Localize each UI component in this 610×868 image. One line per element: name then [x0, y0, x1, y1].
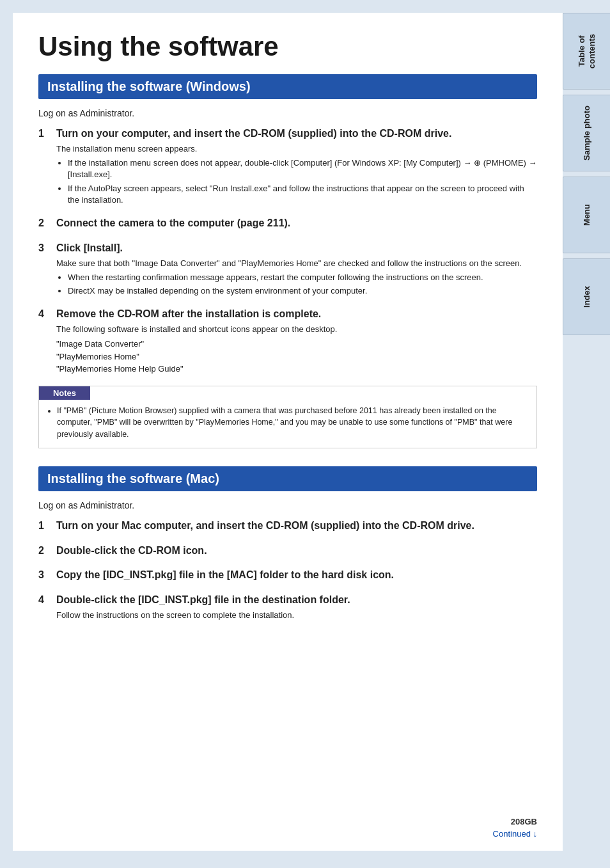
- sidebar-tab-toc-label: Table ofcontents: [577, 34, 597, 68]
- sidebar-tab-sample-photo-label: Sample photo: [582, 106, 592, 161]
- notes-box: Notes If "PMB" (Picture Motion Browser) …: [38, 386, 537, 448]
- step-4-sub-2: "PlayMemories Home": [56, 351, 537, 363]
- mac-section: Installing the software (Mac) Log on as …: [38, 466, 537, 624]
- sidebar-tab-index-label: Index: [582, 286, 592, 308]
- step-1-bullet-1: If the installation menu screen does not…: [68, 157, 537, 180]
- windows-step-1: 1 Turn on your computer, and insert the …: [38, 127, 537, 208]
- mac-step-2-content: Double-click the CD-ROM icon.: [56, 544, 537, 560]
- notes-header: Notes: [39, 386, 90, 400]
- step-3-number: 3: [38, 242, 56, 254]
- page-footer: 208GB Continued ↓: [493, 817, 537, 839]
- page-title: Using the software: [38, 32, 537, 61]
- step-1-bullets: If the installation menu screen does not…: [56, 157, 537, 206]
- mac-steps-list: 1 Turn on your Mac computer, and insert …: [38, 519, 537, 624]
- windows-step-3: 3 Click [Install]. Make sure that both "…: [38, 242, 537, 299]
- step-3-bullet-2: DirectX may be installed depending on th…: [68, 285, 537, 297]
- sidebar: Table ofcontents Sample photo Menu Index: [563, 13, 610, 340]
- mac-log-on: Log on as Administrator.: [38, 500, 537, 510]
- step-2-content: Connect the camera to the computer (page…: [56, 217, 537, 233]
- windows-steps-list: 1 Turn on your computer, and insert the …: [38, 127, 537, 375]
- page-number: 208GB: [493, 817, 537, 826]
- mac-step-4-title: Double-click the [IDC_INST.pkg] file in …: [56, 594, 537, 607]
- step-4-sub-1: "Image Data Converter": [56, 338, 537, 351]
- step-3-title: Click [Install].: [56, 242, 537, 255]
- sidebar-tab-sample-photo[interactable]: Sample photo: [563, 95, 610, 171]
- step-3-bullets: When the restarting confirmation message…: [56, 272, 537, 297]
- step-4-sub-3: "PlayMemories Home Help Guide": [56, 363, 537, 375]
- windows-section: Installing the software (Windows) Log on…: [38, 74, 537, 448]
- mac-step-2: 2 Double-click the CD-ROM icon.: [38, 544, 537, 560]
- step-3-desc: Make sure that both "Image Data Converte…: [56, 258, 537, 269]
- windows-log-on: Log on as Administrator.: [38, 108, 537, 118]
- mac-step-4: 4 Double-click the [IDC_INST.pkg] file i…: [38, 594, 537, 624]
- step-1-desc: The installation menu screen appears.: [56, 143, 537, 155]
- step-1-title: Turn on your computer, and insert the CD…: [56, 127, 537, 141]
- notes-content: If "PMB" (Picture Motion Browser) suppli…: [39, 400, 536, 448]
- step-1-number: 1: [38, 128, 56, 139]
- sidebar-tab-index[interactable]: Index: [563, 258, 610, 335]
- mac-section-header: Installing the software (Mac): [38, 466, 537, 491]
- mac-step-2-number: 2: [38, 545, 56, 556]
- step-3-bullet-1: When the restarting confirmation message…: [68, 272, 537, 283]
- mac-step-4-desc: Follow the instructions on the screen to…: [56, 610, 537, 621]
- step-4-content: Remove the CD-ROM after the installation…: [56, 308, 537, 375]
- step-4-title: Remove the CD-ROM after the installation…: [56, 308, 537, 321]
- mac-step-3-title: Copy the [IDC_INST.pkg] file in the [MAC…: [56, 569, 537, 582]
- sidebar-tab-menu-label: Menu: [582, 204, 592, 226]
- continued-label: Continued ↓: [493, 829, 537, 839]
- windows-step-2: 2 Connect the camera to the computer (pa…: [38, 217, 537, 233]
- step-1-bullet-2: If the AutoPlay screen appears, select "…: [68, 183, 537, 206]
- mac-step-3-number: 3: [38, 569, 56, 581]
- mac-step-1-title: Turn on your Mac computer, and insert th…: [56, 519, 537, 533]
- mac-step-3: 3 Copy the [IDC_INST.pkg] file in the [M…: [38, 569, 537, 585]
- mac-step-1-number: 1: [38, 520, 56, 532]
- step-4-desc: The following software is installed and …: [56, 324, 537, 335]
- step-2-number: 2: [38, 217, 56, 229]
- page-content: Using the software Installing the softwa…: [13, 13, 563, 851]
- windows-step-4: 4 Remove the CD-ROM after the installati…: [38, 308, 537, 375]
- step-1-content: Turn on your computer, and insert the CD…: [56, 127, 537, 208]
- mac-step-3-content: Copy the [IDC_INST.pkg] file in the [MAC…: [56, 569, 537, 585]
- mac-step-1-content: Turn on your Mac computer, and insert th…: [56, 519, 537, 535]
- mac-step-2-title: Double-click the CD-ROM icon.: [56, 544, 537, 558]
- mac-step-4-content: Double-click the [IDC_INST.pkg] file in …: [56, 594, 537, 624]
- windows-section-header: Installing the software (Windows): [38, 74, 537, 99]
- step-4-number: 4: [38, 308, 56, 320]
- step-3-content: Click [Install]. Make sure that both "Im…: [56, 242, 537, 299]
- notes-item-1: If "PMB" (Picture Motion Browser) suppli…: [57, 405, 529, 441]
- mac-step-1: 1 Turn on your Mac computer, and insert …: [38, 519, 537, 535]
- mac-step-4-number: 4: [38, 594, 56, 606]
- step-2-title: Connect the camera to the computer (page…: [56, 217, 537, 230]
- step-4-sub-items: "Image Data Converter" "PlayMemories Hom…: [56, 338, 537, 375]
- sidebar-tab-menu[interactable]: Menu: [563, 177, 610, 253]
- sidebar-tab-table-of-contents[interactable]: Table ofcontents: [563, 13, 610, 90]
